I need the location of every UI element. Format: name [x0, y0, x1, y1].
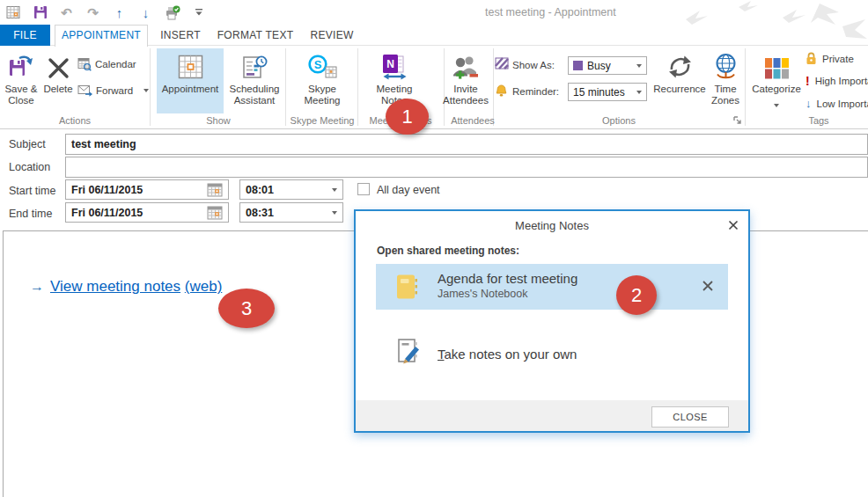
end-date-field[interactable]: Fri 06/11/2015	[65, 202, 229, 223]
chevron-down-icon[interactable]	[332, 188, 337, 192]
show-as-label: Show As:	[512, 60, 555, 70]
subject-label: Subject	[9, 138, 46, 150]
low-importance-button[interactable]: ↓ Low Importance	[805, 98, 868, 109]
dialog-title: Meeting Notes	[356, 219, 748, 232]
skype-meeting-button[interactable]: S Skype Meeting	[296, 48, 349, 113]
chevron-down-icon[interactable]	[332, 211, 337, 215]
all-day-label: All day event	[377, 184, 440, 196]
start-date-picker-button[interactable]	[207, 183, 223, 197]
end-time-field[interactable]: 08:31	[239, 202, 343, 223]
view-meeting-notes-link[interactable]: View meeting notes	[50, 278, 180, 295]
dialog-close-button[interactable]	[726, 218, 740, 232]
link-arrow-icon: →	[30, 279, 44, 294]
start-time-field[interactable]: 08:01	[239, 179, 343, 200]
save-close-button[interactable]: Save & Close	[2, 48, 40, 113]
calendar-label: Calendar	[95, 59, 136, 69]
group-separator	[493, 48, 494, 126]
annotation-badge-1: 1	[386, 99, 429, 135]
save-close-label: Save & Close	[2, 84, 40, 106]
reminder-select[interactable]: 15 minutes	[568, 83, 647, 101]
forward-icon	[77, 84, 92, 97]
close-icon	[728, 220, 739, 230]
redo-button[interactable]: ↷	[85, 4, 101, 21]
group-separator	[150, 48, 151, 126]
scheduling-assistant-button[interactable]: Scheduling Assistant	[225, 48, 283, 113]
appointment-icon	[157, 48, 224, 80]
recurrence-button[interactable]: Recurrence	[651, 48, 708, 113]
undo-button[interactable]: ↶	[58, 4, 75, 21]
invite-attendees-button[interactable]: Invite Attendees	[440, 48, 491, 113]
annotation-badge-2: 2	[616, 275, 657, 315]
show-as-value: Busy	[587, 60, 611, 72]
annotation-badge-3: 3	[218, 289, 275, 328]
forward-dropdown-icon[interactable]	[143, 89, 149, 92]
delete-icon	[40, 48, 76, 80]
appointment-view-button[interactable]: Appointment	[157, 48, 224, 113]
end-time-label: End time	[9, 208, 52, 220]
busy-color-swatch	[573, 61, 583, 70]
location-input[interactable]	[65, 157, 868, 178]
take-notes-option[interactable]: Take notes on your own	[376, 336, 728, 378]
shared-note-subtitle: James's Notebook	[438, 287, 577, 301]
svg-text:S: S	[314, 58, 322, 71]
date-picker-icon	[207, 206, 223, 220]
delete-button[interactable]: Delete	[40, 48, 76, 113]
title-bar: ↶ ↷ ↑ ↓ test meeting - Appointment	[0, 0, 868, 25]
reminder-value: 15 minutes	[573, 86, 625, 99]
all-day-checkbox[interactable]	[357, 183, 370, 195]
categorize-button[interactable]: Categorize	[750, 48, 803, 113]
dialog-footer: CLOSE	[356, 400, 748, 431]
tab-format-text[interactable]: FORMAT TEXT	[217, 25, 294, 46]
down-arrow-icon: ↓	[143, 6, 150, 19]
start-date-field[interactable]: Fri 06/11/2015	[65, 179, 229, 200]
private-button[interactable]: Private	[805, 52, 854, 65]
end-time-value: 08:31	[246, 207, 274, 219]
notebook-icon	[395, 274, 418, 300]
print-button[interactable]	[164, 4, 180, 21]
tab-insert[interactable]: INSERT	[157, 25, 204, 46]
customize-qat-button[interactable]	[190, 4, 207, 21]
high-importance-label: High Importance	[815, 76, 868, 86]
ribbon-tab-row: FILE APPOINTMENT INSERT FORMAT TEXT REVI…	[0, 25, 868, 46]
reminder-bell-icon	[495, 84, 508, 98]
chevron-down-icon	[194, 7, 204, 18]
close-icon	[702, 280, 714, 292]
dialog-close-footer-button[interactable]: CLOSE	[651, 406, 729, 428]
tab-review[interactable]: REVIEW	[306, 25, 357, 46]
show-as-select[interactable]: Busy	[568, 56, 647, 75]
show-group-label: Show	[151, 115, 285, 126]
scheduling-assistant-label: Scheduling Assistant	[225, 84, 283, 106]
remove-shared-note-button[interactable]	[702, 280, 716, 294]
recurrence-label: Recurrence	[651, 84, 708, 95]
web-link[interactable]: (web)	[185, 278, 223, 295]
high-importance-button[interactable]: ! High Importance	[805, 75, 868, 87]
low-importance-label: Low Importance	[817, 99, 868, 109]
tab-file[interactable]: FILE	[0, 25, 50, 46]
appointment-window-icon	[5, 4, 22, 21]
chevron-down-icon	[636, 64, 642, 68]
page-pencil-icon	[395, 338, 421, 365]
shared-note-item[interactable]: Agenda for test meeting James's Notebook	[376, 264, 728, 310]
quick-access-toolbar: ↶ ↷ ↑ ↓	[5, 3, 207, 22]
time-zones-button[interactable]: Time Zones	[706, 48, 745, 113]
location-label: Location	[9, 161, 50, 173]
move-up-button[interactable]: ↑	[111, 4, 128, 21]
options-dialog-launcher[interactable]	[733, 116, 742, 125]
move-down-button[interactable]: ↓	[137, 4, 154, 21]
group-separator	[285, 48, 286, 126]
categorize-icon	[750, 48, 803, 80]
calendar-button[interactable]: Calendar	[77, 57, 136, 71]
save-button[interactable]	[32, 4, 48, 21]
tab-appointment[interactable]: APPOINTMENT	[55, 25, 148, 47]
dialog-prompt: Open shared meeting notes:	[377, 245, 519, 257]
ribbon: Save & Close Delete Calendar Forward Act…	[0, 46, 868, 129]
chevron-down-icon	[636, 91, 642, 94]
options-group-label: Options	[493, 115, 745, 126]
end-date-picker-button[interactable]	[207, 206, 223, 220]
forward-button[interactable]: Forward	[77, 84, 149, 97]
actions-group-label: Actions	[0, 115, 150, 126]
subject-input[interactable]	[65, 134, 868, 155]
invite-attendees-icon	[440, 48, 491, 80]
lock-icon	[805, 52, 817, 65]
date-picker-icon	[207, 183, 223, 197]
